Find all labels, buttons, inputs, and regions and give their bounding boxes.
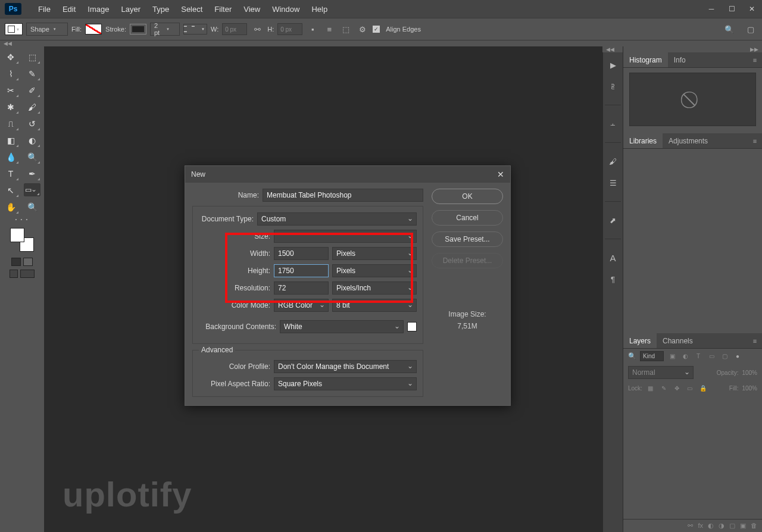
ok-button[interactable]: OK — [432, 189, 503, 204]
shape-tool[interactable]: ▭ — [24, 183, 40, 196]
lasso-tool[interactable]: ⌇ — [2, 67, 19, 81]
width-unit-select[interactable]: Pixels — [332, 247, 417, 260]
heal-tool[interactable]: ✱ — [2, 100, 19, 114]
dialog-close-icon[interactable]: ✕ — [497, 170, 504, 179]
char-panel-icon[interactable]: A — [607, 251, 620, 264]
fx-icon[interactable]: fx — [698, 522, 703, 530]
tab-info[interactable]: Info — [668, 52, 692, 67]
sliders-icon[interactable]: ⫔ — [607, 80, 620, 93]
collapse-handle-left[interactable]: ◀◀ — [0, 40, 762, 46]
width-input[interactable] — [274, 247, 329, 260]
menu-window[interactable]: Window — [266, 2, 305, 16]
path-op-icon[interactable]: ▪ — [306, 23, 319, 36]
bg-color-chip[interactable] — [407, 322, 417, 331]
doctype-select[interactable]: Custom — [257, 212, 417, 226]
panel-menu-icon-3[interactable]: ≡ — [748, 333, 762, 348]
eyedropper-tool[interactable]: ✐ — [24, 83, 40, 98]
stroke-swatch[interactable] — [130, 24, 146, 35]
link-icon[interactable]: ⚯ — [251, 23, 264, 36]
zoom-tool[interactable]: 🔍 — [24, 200, 40, 214]
lock-all-icon[interactable]: 🔒 — [698, 384, 708, 392]
tab-histogram[interactable]: Histogram — [623, 52, 668, 67]
para-panel-icon[interactable]: ¶ — [607, 273, 620, 286]
mixer-icon[interactable]: ☰ — [607, 176, 620, 189]
tab-libraries[interactable]: Libraries — [623, 133, 663, 148]
eraser-tool[interactable]: ◧ — [2, 133, 19, 148]
filter-toggle-icon[interactable]: ● — [733, 352, 742, 361]
tool-preset[interactable]: ▼ — [5, 23, 23, 35]
stroke-style[interactable]: ━ ━ ━▼ — [183, 24, 207, 35]
resolution-unit-select[interactable]: Pixels/Inch — [332, 281, 417, 295]
menu-help[interactable]: Help — [305, 2, 333, 16]
gear-icon[interactable]: ⚙ — [356, 23, 369, 36]
menu-image[interactable]: Image — [82, 2, 115, 16]
height-input[interactable] — [274, 264, 329, 277]
filter-shape-icon[interactable]: ▭ — [707, 352, 716, 361]
color-profile-select[interactable]: Don't Color Manage this Document — [274, 360, 417, 373]
tab-adjustments[interactable]: Adjustments — [663, 133, 714, 148]
group-icon[interactable]: ▢ — [729, 522, 735, 530]
menu-select[interactable]: Select — [175, 2, 208, 16]
history-brush-tool[interactable]: ↺ — [24, 117, 40, 131]
filter-adjust-icon[interactable]: ◐ — [680, 352, 690, 361]
h-input[interactable]: 0 px — [277, 23, 302, 35]
adjustment-layer-icon[interactable]: ◑ — [719, 522, 724, 530]
move-tool[interactable]: ✥ — [2, 50, 19, 64]
cancel-button[interactable]: Cancel — [432, 210, 503, 226]
fill-opacity-value[interactable]: 100% — [742, 385, 757, 392]
pen-tool[interactable]: ✒ — [24, 167, 40, 181]
search-icon[interactable]: 🔍 — [723, 23, 736, 36]
bg-select[interactable]: White — [280, 320, 404, 333]
menu-view[interactable]: View — [238, 2, 266, 16]
hand-tool[interactable]: ✋ — [2, 200, 19, 214]
mask-icon[interactable]: ◐ — [708, 522, 714, 530]
brush-tool[interactable]: 🖌 — [24, 100, 40, 114]
path-tool[interactable]: ↖ — [2, 183, 19, 198]
quick-mask-toggle[interactable] — [11, 258, 33, 266]
lock-move-icon[interactable]: ✥ — [672, 384, 682, 392]
color-bits-select[interactable]: 8 bit — [332, 299, 417, 312]
marquee-tool[interactable]: ⬚ — [24, 50, 40, 64]
dodge-tool[interactable]: 🔍 — [24, 150, 40, 164]
menu-layer[interactable]: Layer — [115, 2, 147, 16]
lock-brush-icon[interactable]: ✎ — [659, 384, 669, 392]
fill-swatch[interactable] — [85, 24, 102, 35]
resolution-input[interactable] — [274, 281, 329, 295]
blend-mode-select[interactable]: Normal — [628, 366, 694, 379]
link-layer-icon[interactable]: ⚯ — [688, 522, 693, 530]
minimize-button[interactable]: ─ — [701, 0, 722, 18]
crop-tool[interactable]: ✂ — [2, 83, 19, 98]
maximize-button[interactable]: ☐ — [722, 0, 742, 18]
panel-menu-icon[interactable]: ≡ — [748, 52, 762, 67]
menu-edit[interactable]: Edit — [57, 2, 82, 16]
filter-smart-icon[interactable]: ▢ — [720, 352, 729, 361]
arrange-icon[interactable]: ⬚ — [339, 23, 352, 36]
foreground-background-swatch[interactable] — [10, 228, 34, 252]
filter-image-icon[interactable]: ▣ — [667, 352, 677, 361]
w-input[interactable]: 0 px — [222, 23, 247, 35]
menu-file[interactable]: File — [32, 2, 57, 16]
clone-panel-icon[interactable]: ⬈ — [607, 214, 620, 227]
menu-type[interactable]: Type — [146, 2, 175, 16]
lock-pixels-icon[interactable]: ▦ — [646, 384, 655, 392]
play-icon[interactable]: ▶ — [607, 58, 620, 71]
opacity-value[interactable]: 100% — [742, 370, 757, 376]
kind-filter[interactable] — [640, 351, 664, 361]
align-icon[interactable]: ≡ — [323, 23, 336, 36]
search-mini-icon[interactable]: 🔍 — [628, 352, 636, 360]
shape-mode-select[interactable]: Shape — [26, 23, 68, 36]
filter-type-icon[interactable]: T — [694, 352, 703, 361]
align-edges-checkbox[interactable]: ✓ — [373, 26, 380, 33]
stroke-width-select[interactable]: 2 pt — [150, 23, 180, 36]
brush-panel-icon[interactable]: ⫠ — [607, 117, 620, 130]
height-unit-select[interactable]: Pixels — [332, 264, 417, 277]
quick-select-tool[interactable]: ✎ — [24, 67, 40, 81]
close-button[interactable]: ✕ — [742, 0, 762, 18]
type-tool[interactable]: T — [2, 167, 19, 181]
stamp-tool[interactable]: ⎍ — [2, 117, 19, 131]
tab-channels[interactable]: Channels — [657, 333, 699, 348]
name-input[interactable] — [263, 189, 423, 202]
blur-tool[interactable]: 💧 — [2, 150, 19, 164]
screen-mode-toggle[interactable] — [10, 270, 35, 278]
panel-menu-icon-2[interactable]: ≡ — [748, 133, 762, 148]
